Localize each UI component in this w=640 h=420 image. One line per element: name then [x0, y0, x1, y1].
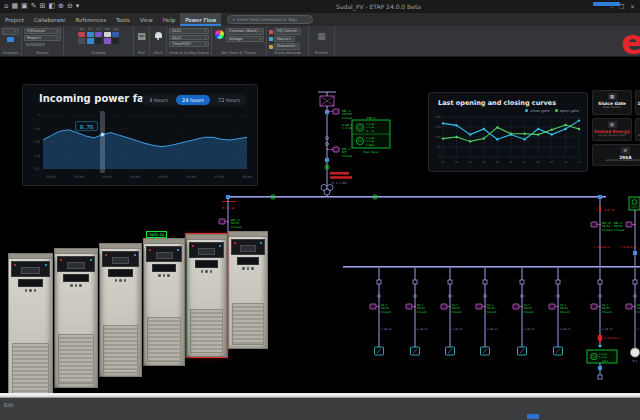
display-toggle-icon[interactable] — [112, 38, 119, 44]
ribbon-group-plot: ▤Plot — [134, 26, 150, 56]
display-toggle-icon[interactable] — [87, 38, 94, 44]
display-toggle-icon[interactable] — [104, 32, 111, 38]
range-tab-24-hours[interactable]: 24 hours — [176, 95, 210, 105]
svg-text:10: 10 — [564, 161, 568, 164]
ribbon-dropdown[interactable]: ▾ — [2, 28, 19, 35]
quick-access-icon[interactable]: ▣ — [21, 0, 28, 13]
display-toggle-icon[interactable] — [112, 32, 119, 38]
red-led-icon — [234, 242, 236, 244]
svg-text:1.2 kA: 1.2 kA — [342, 126, 352, 130]
curves-panel: Last opening and closing curves close ga… — [428, 92, 588, 172]
wizard-icon[interactable] — [269, 37, 273, 41]
window-title: Sudal_PV - ETAP 24.0.0 Beta — [336, 3, 421, 10]
display-toggle-icon[interactable] — [87, 32, 94, 38]
cabinet-vent-grille — [232, 303, 264, 345]
svg-text:08:00: 08:00 — [242, 175, 251, 179]
search-icon: ⌕ — [232, 16, 235, 23]
svg-text:4 Alarm(s): 4 Alarm(s) — [604, 336, 621, 340]
svg-text:0.48 kV: 0.48 kV — [417, 328, 428, 331]
cabinet-top-panel — [55, 249, 97, 254]
display-toggle-icon[interactable] — [78, 32, 85, 38]
ribbon-dropdown[interactable]: PQControl▾ — [24, 28, 61, 34]
legend-item-close-gate: close gate — [525, 108, 550, 113]
cabinet-vent-grille — [12, 343, 49, 394]
switchgear-cabinet-6[interactable] — [228, 231, 268, 349]
tab-collaborate[interactable]: Collaborate — [29, 13, 71, 26]
quick-access-icon[interactable]: ✎ — [31, 0, 37, 13]
cabinet-top-panel — [100, 244, 141, 249]
display-toggle-icon[interactable] — [78, 38, 85, 44]
ribbon-dropdown[interactable]: PQ Control▾ — [274, 28, 301, 35]
gate-icon: ▦ — [608, 93, 617, 100]
switchgear-cabinet-3[interactable] — [99, 243, 142, 377]
quick-access-icon[interactable]: ▾ — [76, 0, 80, 13]
kpi-tile-ruler: ↔ 123 mm Valve Cut Speed — [635, 90, 640, 115]
display-toggle-icon[interactable] — [95, 32, 102, 38]
quick-access-icon[interactable]: ⊕ — [58, 0, 64, 13]
blue-led-icon — [260, 242, 262, 244]
quick-access-icon[interactable]: ▦ — [11, 0, 18, 13]
ribbon-dropdown[interactable]: Contrast (Black)▾ — [226, 28, 264, 35]
ribbon-dropdown[interactable]: Macro1▾ — [274, 36, 295, 43]
tab-references[interactable]: References — [71, 13, 112, 26]
cabinet-screen — [189, 242, 224, 258]
switchgear-cabinet-5[interactable] — [186, 234, 227, 357]
switchgear-render[interactable]: SWGR-04 — [8, 226, 288, 396]
tab-view[interactable]: View — [135, 13, 158, 26]
curves-chart[interactable]: 2001501005000102030405060708091011 — [431, 115, 585, 175]
search-placeholder: Enter Find Command or Tags — [237, 17, 297, 22]
tab-help[interactable]: Help — [158, 13, 181, 26]
quick-access-icon[interactable]: ◧ — [48, 0, 55, 13]
cabinet-display — [108, 269, 133, 277]
ribbon-dropdown[interactable]: Report1▾ — [24, 35, 61, 41]
display-toggle-icon[interactable] — [95, 38, 102, 44]
svg-text:Closed: Closed — [602, 228, 612, 232]
power-factor-panel: Incoming power factor 4 hours24 hours72 … — [22, 84, 258, 186]
window-controls[interactable]: – ❐ ✕ — [610, 3, 637, 10]
svg-text:03: 03 — [469, 161, 473, 164]
quick-access-icon[interactable]: ⊞ — [40, 0, 46, 13]
ribbon-dropdown[interactable]: OLV2▾ — [169, 35, 209, 41]
legend-dot-icon — [525, 109, 528, 112]
svg-text:0.4: 0.4 — [35, 154, 40, 158]
ribbon-dropdown[interactable]: Scenario1▾ — [274, 43, 300, 50]
power-factor-chart[interactable]: 10.80.60.40.201:0002:0003:0004:0005:0006… — [29, 111, 253, 189]
predict-icon[interactable]: ▦ — [311, 31, 332, 41]
tab-tools[interactable]: Tools — [111, 13, 135, 26]
alert-bell-icon[interactable] — [155, 32, 162, 38]
quick-access-icon[interactable]: ⌂ — [4, 0, 8, 13]
tab-project[interactable]: Project — [0, 13, 29, 26]
svg-text:PF .78: PF .78 — [366, 130, 375, 133]
ribbon-group-label: Alert — [150, 50, 166, 55]
range-tab-72-hours[interactable]: 72 hours — [212, 95, 246, 105]
cabinet-screen — [57, 256, 95, 272]
ribbon-group-predict: ▦Predict — [309, 26, 335, 56]
blue-led-icon — [134, 254, 136, 256]
svg-text:Closed: Closed — [614, 228, 624, 232]
svg-text:200: 200 — [435, 115, 441, 119]
ribbon-dropdown[interactable]: OLV1▾ — [169, 28, 209, 34]
ribbon-dropdown[interactable]: Time/PQST▾ — [169, 41, 209, 47]
switchgear-cabinet-2[interactable] — [54, 248, 98, 388]
range-tab-4-hours[interactable]: 4 hours — [143, 95, 174, 105]
switchgear-cabinet-1[interactable] — [8, 253, 53, 398]
tab-power-flow[interactable]: Power Flow — [180, 13, 221, 26]
color-wheel-icon[interactable] — [215, 30, 224, 39]
energy-icon: ◍ — [608, 121, 617, 128]
svg-text:0.48 kV: 0.48 kV — [452, 328, 463, 331]
display-toggle-icon[interactable] — [104, 38, 111, 44]
analysis-icon[interactable] — [7, 37, 14, 43]
quick-access-toolbar[interactable]: ⌂▦▣✎⊞◧⊕⊖▾ — [4, 0, 79, 13]
ribbon-group-label: Predict — [309, 50, 334, 55]
svg-text:02:00: 02:00 — [74, 175, 83, 179]
quick-access-icon[interactable]: ⊖ — [67, 0, 73, 13]
find-command-input[interactable]: ⌕Enter Find Command or Tags — [227, 15, 313, 24]
wizard-icon[interactable] — [269, 30, 273, 34]
switchgear-cabinet-4[interactable] — [143, 238, 185, 366]
wizard-icon[interactable] — [269, 45, 273, 49]
ribbon-dropdown[interactable]: Voltage▾ — [226, 36, 264, 43]
curves-legend: close gateopen gate — [525, 108, 579, 113]
svg-text:0: 0 — [439, 155, 441, 159]
plot-icon[interactable]: ▤ — [136, 31, 147, 41]
red-led-icon — [149, 249, 151, 251]
